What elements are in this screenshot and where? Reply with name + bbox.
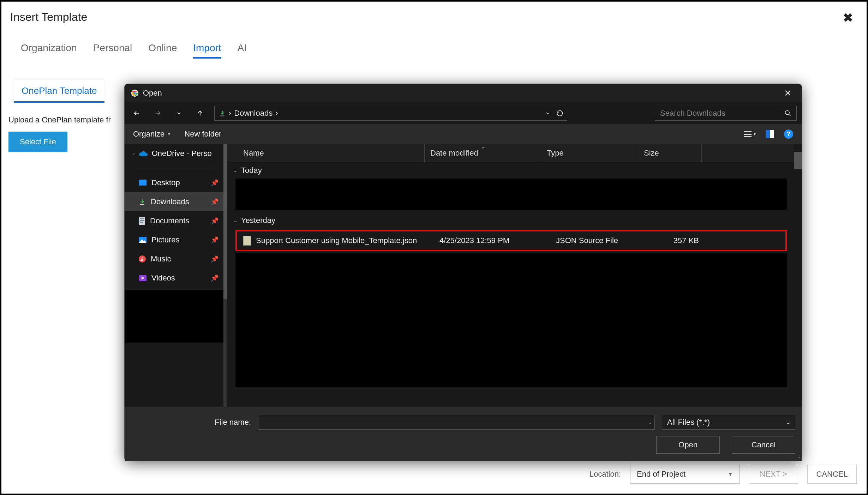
pictures-icon — [139, 237, 146, 243]
file-list-redacted — [235, 253, 787, 387]
list-view-icon — [744, 131, 752, 137]
nav-up-icon[interactable] — [193, 106, 207, 120]
svg-point-13 — [139, 255, 146, 262]
path-separator: › — [275, 109, 278, 118]
tab-ai[interactable]: AI — [238, 42, 247, 59]
caret-down-icon: ▾ — [168, 132, 170, 137]
filename-history-dropdown-icon[interactable]: ⌄ — [648, 420, 652, 425]
column-name[interactable]: Name — [227, 144, 425, 162]
cancel-button[interactable]: CANCEL — [807, 465, 857, 484]
subtab-oneplan-template[interactable]: OnePlan Template — [14, 80, 104, 103]
pin-icon: 📌 — [211, 274, 219, 282]
path-dropdown-icon[interactable] — [545, 110, 551, 116]
downloads-icon — [139, 198, 146, 205]
search-placeholder: Search Downloads — [660, 109, 725, 118]
close-icon[interactable]: ✖ — [843, 11, 858, 25]
sidebar-item-documents[interactable]: Documents📌 — [125, 211, 223, 230]
tab-personal[interactable]: Personal — [93, 42, 132, 59]
search-icon — [784, 110, 791, 117]
group-yesterday[interactable]: ⌄ Yesterday — [227, 212, 794, 229]
location-value: End of Project — [637, 470, 686, 479]
sort-descending-icon: ⌄ — [481, 144, 485, 150]
caret-down-icon: ▾ — [754, 132, 756, 137]
chevron-down-icon: ▼ — [728, 471, 733, 477]
pin-icon: 📌 — [211, 255, 219, 263]
location-label: Location: — [589, 470, 621, 479]
help-icon[interactable]: ? — [784, 129, 793, 139]
svg-point-3 — [134, 92, 136, 94]
file-name: Support Customer using Mobile_Template.j… — [256, 236, 439, 245]
videos-icon — [139, 275, 146, 281]
sidebar-scrollbar[interactable] — [223, 144, 227, 407]
template-source-tabs: Organization Personal Online Import AI — [1, 25, 867, 59]
tab-online[interactable]: Online — [148, 42, 177, 59]
sidebar-item-pictures[interactable]: Pictures📌 — [125, 230, 223, 249]
sidebar-redacted-area — [125, 290, 223, 343]
svg-rect-9 — [140, 220, 144, 221]
file-list-header: Name ⌄ Date modified Type Size — [227, 144, 794, 162]
select-file-button[interactable]: Select File — [8, 132, 67, 152]
svg-rect-6 — [139, 185, 146, 186]
pin-icon: 📌 — [211, 236, 219, 244]
chevron-right-icon: › — [133, 151, 135, 156]
chrome-icon — [131, 89, 139, 97]
refresh-icon[interactable] — [556, 110, 563, 117]
file-open-dialog: Open ✕ › Downloads › — [124, 84, 802, 461]
tab-import[interactable]: Import — [193, 42, 221, 59]
pin-icon: 📌 — [211, 179, 219, 187]
file-name-input[interactable]: ⌄ — [258, 415, 655, 430]
open-button[interactable]: Open — [656, 436, 720, 454]
chevron-down-icon: ⌄ — [233, 168, 238, 173]
file-row-selected[interactable]: Support Customer using Mobile_Template.j… — [235, 230, 787, 251]
desktop-icon — [139, 180, 146, 186]
file-list-scrollbar[interactable] — [794, 144, 802, 407]
pin-icon: 📌 — [211, 198, 219, 206]
file-row-redacted — [235, 179, 787, 210]
path-separator: › — [229, 109, 231, 118]
documents-icon — [139, 217, 145, 225]
svg-rect-5 — [139, 180, 146, 185]
nav-back-icon[interactable] — [130, 106, 144, 120]
svg-rect-8 — [140, 218, 144, 219]
sidebar-item-music[interactable]: Music📌 — [125, 249, 223, 268]
insert-template-title: Insert Template — [10, 11, 87, 25]
location-select[interactable]: End of Project ▼ — [630, 465, 740, 484]
sidebar-item-desktop[interactable]: Desktop📌 — [125, 173, 223, 192]
new-folder-button[interactable]: New folder — [184, 129, 221, 139]
sidebar-item-videos[interactable]: Videos📌 — [125, 268, 223, 288]
file-name-label: File name: — [131, 418, 251, 427]
nav-recent-icon[interactable] — [172, 106, 186, 120]
onedrive-icon — [139, 150, 148, 157]
column-type[interactable]: Type — [541, 144, 638, 162]
file-type: JSON Source File — [556, 236, 653, 245]
search-input[interactable]: Search Downloads — [655, 106, 797, 121]
dialog-cancel-button[interactable]: Cancel — [732, 436, 795, 454]
column-size[interactable]: Size — [638, 144, 702, 162]
address-bar[interactable]: › Downloads › — [214, 106, 567, 121]
dialog-close-icon[interactable]: ✕ — [780, 86, 795, 100]
resize-grip-icon[interactable]: .:: — [798, 453, 800, 459]
organize-menu[interactable]: Organize ▾ — [133, 129, 170, 139]
nav-forward-icon[interactable] — [151, 106, 165, 120]
preview-pane-toggle-icon[interactable] — [766, 130, 774, 138]
svg-point-4 — [785, 111, 790, 115]
svg-rect-10 — [140, 222, 143, 223]
dialog-title: Open — [143, 89, 162, 98]
chevron-down-icon: ⌄ — [233, 218, 238, 223]
pin-icon: 📌 — [211, 217, 219, 225]
path-segment-downloads[interactable]: Downloads — [234, 109, 273, 118]
music-icon — [139, 255, 146, 262]
sidebar-item-downloads[interactable]: Downloads📌 — [125, 192, 223, 211]
file-size: 357 KB — [653, 236, 699, 245]
file-date: 4/25/2023 12:59 PM — [439, 236, 556, 245]
json-file-icon — [243, 236, 251, 246]
chevron-down-icon: ⌄ — [786, 420, 790, 425]
column-date-modified[interactable]: ⌄ Date modified — [425, 144, 541, 162]
sidebar-item-onedrive[interactable]: › OneDrive - Perso — [125, 144, 223, 163]
file-type-filter[interactable]: All Files (*.*) ⌄ — [662, 415, 795, 430]
group-today[interactable]: ⌄ Today — [227, 162, 794, 179]
view-mode-toggle[interactable]: ▾ — [744, 131, 756, 137]
downloads-folder-icon — [219, 110, 226, 117]
tab-organization[interactable]: Organization — [21, 42, 77, 59]
next-button[interactable]: NEXT > — [749, 465, 798, 484]
